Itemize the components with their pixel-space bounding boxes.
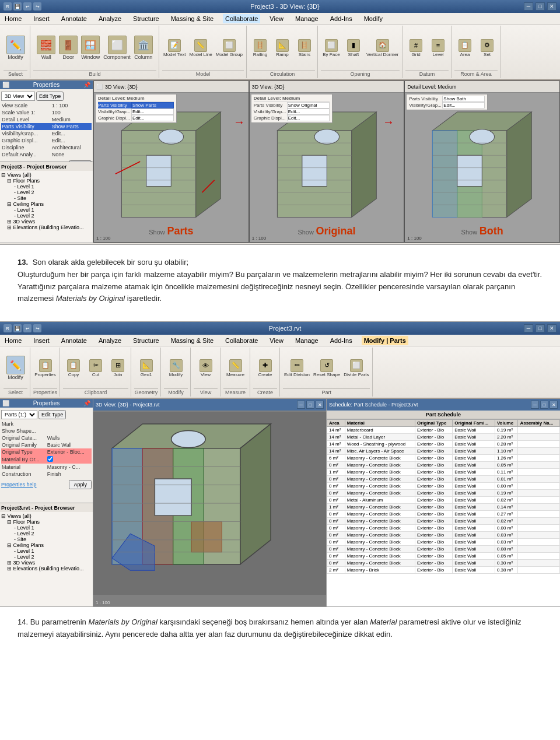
material-by-checkbox[interactable]	[47, 456, 53, 462]
ramp-button[interactable]: 📐 Ramp	[272, 38, 293, 58]
menu2-structure[interactable]: Structure	[131, 336, 162, 345]
menu-annotate[interactable]: Annotate	[59, 14, 89, 23]
browser-fp-level2[interactable]: - Level 2	[14, 190, 92, 195]
view-type-dropdown[interactable]: 3D View	[1, 92, 35, 101]
browser2-fp-site[interactable]: - Site	[14, 536, 92, 542]
undo-icon-2[interactable]: ↩	[23, 324, 32, 332]
model-line-button[interactable]: 📏 Model Line	[188, 38, 214, 58]
browser2-elevations[interactable]: ⊞ Elevations (Building Elevatio...	[7, 566, 92, 571]
dormer-button[interactable]: 🏠 Vertical Dormer	[365, 38, 400, 58]
menu2-addins[interactable]: Add-Ins	[328, 336, 355, 345]
browser2-fp-l2[interactable]: - Level 2	[14, 531, 92, 536]
shaft-button[interactable]: ▮ Shaft	[343, 38, 364, 58]
browser2-fp-l1[interactable]: - Level 1	[14, 525, 92, 531]
area-button[interactable]: 📋 Area	[454, 38, 475, 58]
undo-icon[interactable]: ↩	[23, 2, 32, 10]
menu-analyze[interactable]: Analyze	[96, 14, 124, 23]
menu-manage[interactable]: Manage	[293, 14, 321, 23]
parts-dropdown[interactable]: Parts (1:)	[1, 410, 37, 419]
menu2-massing[interactable]: Massing & Site	[169, 336, 216, 345]
menu2-analyze[interactable]: Analyze	[96, 336, 124, 345]
set-button[interactable]: ⚙ Set	[477, 38, 498, 58]
quick-access-icon[interactable]: 💾	[13, 2, 22, 10]
menu-structure[interactable]: Structure	[131, 14, 162, 23]
properties-btn[interactable]: 📋 Properties	[33, 358, 57, 378]
view2-btn[interactable]: 👁 View	[195, 358, 216, 378]
browser2-cp-l1[interactable]: - Level 1	[14, 548, 92, 554]
column-button[interactable]: 🏛️ Column	[133, 34, 154, 61]
menu2-view[interactable]: View	[267, 336, 286, 345]
sched-min-btn[interactable]: ─	[531, 401, 539, 409]
edit-type-btn-2[interactable]: Edit Type	[38, 410, 66, 419]
close-btn-2[interactable]: ✕	[547, 324, 556, 332]
stairs-button[interactable]: 🪜 Stairs	[294, 38, 315, 58]
menu-insert[interactable]: Insert	[31, 14, 52, 23]
menu2-collaborate[interactable]: Collaborate	[223, 336, 260, 345]
vp-max-btn[interactable]: □	[306, 401, 314, 409]
apply-button-2[interactable]: Apply	[69, 480, 92, 489]
browser2-views-all[interactable]: ⊟ Views (all)	[1, 513, 92, 519]
modify2-group-btn[interactable]: 🔧 Modify	[166, 358, 187, 378]
minimize-btn[interactable]: ─	[524, 2, 533, 10]
level-button[interactable]: ≡ Level	[428, 38, 449, 58]
browser2-3d[interactable]: ⊞ 3D Views	[7, 560, 92, 566]
menu2-annotate[interactable]: Annotate	[59, 336, 89, 345]
quick-access-icon-2[interactable]: 💾	[13, 324, 22, 332]
byface-button[interactable]: ⬜ By Face	[321, 38, 342, 58]
vp-min-btn[interactable]: ─	[297, 401, 305, 409]
menu-view[interactable]: View	[267, 14, 286, 23]
model-group-button[interactable]: ⬜ Model Group	[215, 38, 244, 58]
component-button[interactable]: ⬜ Component	[102, 34, 132, 61]
browser2-cp-l2[interactable]: - Level 2	[14, 554, 92, 560]
menu2-modify-parts[interactable]: Modify | Parts	[362, 336, 408, 345]
copy-btn[interactable]: 📋 Copy	[63, 358, 84, 378]
wall-button[interactable]: 🧱 Wall	[36, 34, 57, 61]
menu-collaborate[interactable]: Collaborate	[223, 14, 260, 23]
vp-close-btn[interactable]: ✕	[316, 401, 324, 409]
close-btn[interactable]: ✕	[547, 2, 556, 10]
cut-btn[interactable]: ✂ Cut	[85, 358, 106, 378]
browser-fp-site[interactable]: - Site	[14, 195, 92, 201]
menu2-home[interactable]: Home	[2, 336, 24, 345]
geo-btn-1[interactable]: 📐 Geo1	[136, 358, 157, 378]
reset-shape-btn[interactable]: ↺ Reset Shape	[312, 358, 341, 378]
menu2-manage[interactable]: Manage	[293, 336, 321, 345]
railing-button[interactable]: 🪜 Railing	[250, 38, 271, 58]
join-btn[interactable]: ⊞ Join	[107, 358, 128, 378]
model-text-button[interactable]: 📝 Model Text	[162, 38, 187, 58]
sched-max-btn[interactable]: □	[540, 401, 548, 409]
menu2-insert[interactable]: Insert	[31, 336, 52, 345]
browser-cp-level1[interactable]: - Level 1	[14, 207, 92, 213]
menu-addins[interactable]: Add-Ins	[328, 14, 355, 23]
edit-part-btn[interactable]: ✏ Edit Division	[283, 358, 311, 378]
create-btn[interactable]: ✚ Create	[255, 358, 276, 378]
menu-modify[interactable]: Modify	[362, 14, 385, 23]
props-help-link-2[interactable]: Properties help	[1, 482, 37, 488]
browser-ceiling-plans[interactable]: ⊟ Ceiling Plans	[7, 201, 92, 207]
menu-home[interactable]: Home	[2, 14, 24, 23]
minimize-btn-2[interactable]: ─	[524, 324, 533, 332]
browser-views-all[interactable]: ⊟ Views (all)	[1, 172, 92, 178]
browser-cp-level2[interactable]: - Level 2	[14, 213, 92, 219]
browser-elevations[interactable]: ⊞ Elevations (Building Elevatio...	[7, 225, 92, 230]
modify-button[interactable]: ✏️ Modify	[5, 34, 26, 61]
browser-3d-views[interactable]: ⊞ 3D Views	[7, 219, 92, 225]
scale-value-row: Scale Value 1: 100	[1, 109, 92, 116]
redo-icon-2[interactable]: ↪	[33, 324, 41, 332]
modify2-button[interactable]: ✏️ Modify	[5, 355, 26, 381]
maximize-btn-2[interactable]: □	[536, 324, 545, 332]
edit-type-btn[interactable]: Edit Type	[36, 92, 64, 101]
browser-floor-plans-label[interactable]: ⊟ Floor Plans	[7, 178, 92, 184]
redo-icon[interactable]: ↪	[33, 2, 41, 10]
browser-fp-level1[interactable]: - Level 1	[14, 184, 92, 190]
divide-parts-btn[interactable]: ⬜ Divide Parts	[342, 358, 370, 378]
browser2-floor-plans[interactable]: ⊟ Floor Plans	[7, 519, 92, 525]
window-button[interactable]: 🪟 Window	[80, 34, 101, 61]
maximize-btn[interactable]: □	[536, 2, 545, 10]
door-button[interactable]: 🚪 Door	[58, 34, 79, 61]
sched-close-btn[interactable]: ✕	[550, 401, 558, 409]
grid-button[interactable]: # Grid	[405, 38, 426, 58]
measure-btn[interactable]: 📏 Measure	[225, 358, 246, 378]
menu-massing[interactable]: Massing & Site	[169, 14, 216, 23]
browser2-ceiling[interactable]: ⊟ Ceiling Plans	[7, 542, 92, 548]
